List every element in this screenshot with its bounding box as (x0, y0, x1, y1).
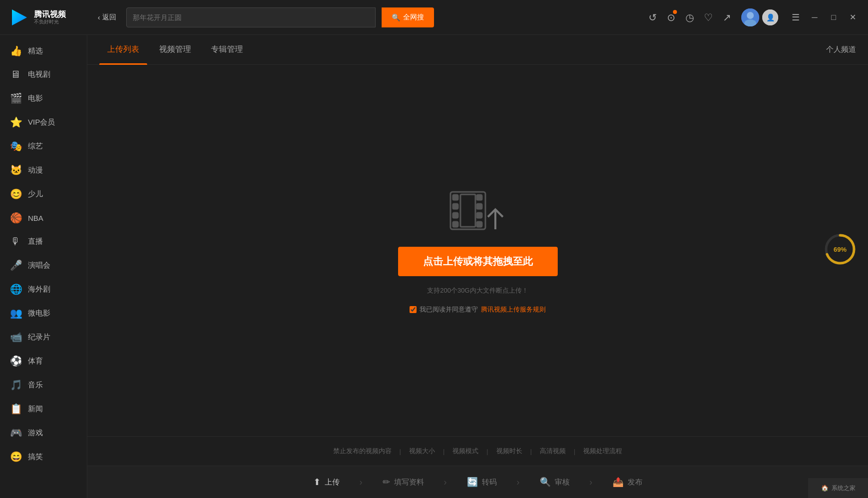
news-icon: 📋 (10, 403, 21, 415)
agreement-link[interactable]: 腾讯视频上传服务规则 (481, 305, 546, 314)
sidebar-item-variety[interactable]: 🎭 综艺 (0, 134, 87, 158)
bottom-link-size[interactable]: 视频大小 (401, 447, 443, 456)
sidebar-item-label: 微电影 (28, 309, 50, 318)
film-upload-icon (448, 187, 508, 237)
sidebar-item-game[interactable]: 🎮 游戏 (0, 421, 87, 445)
workflow-step-publish: 📤 发布 (593, 477, 662, 488)
sidebar-item-movie[interactable]: 🎬 电影 (0, 86, 87, 110)
sidebar-item-live[interactable]: 🎙 直播 (0, 230, 87, 253)
bottom-link-hd[interactable]: 高清视频 (532, 447, 574, 456)
upload-drop-area[interactable]: 点击上传或将其拖拽至此 支持200个30G内大文件断点上传！ 我已阅读并同意遵守… (87, 65, 868, 436)
sidebar-item-news[interactable]: 📋 新闻 (0, 397, 87, 421)
movie-icon: 🎬 (10, 92, 21, 104)
workflow-step-transcode: 🔄 转码 (447, 477, 517, 488)
logo-area: 腾讯视频 不负好时光 (8, 6, 88, 28)
progress-text: 69% (834, 245, 847, 253)
sidebar-item-label: 音乐 (28, 380, 43, 390)
search-button[interactable]: 🔍 全网搜 (382, 7, 434, 27)
sidebar-item-concert[interactable]: 🎤 演唱会 (0, 253, 87, 277)
live-icon: 🎙 (10, 236, 21, 247)
review-step-icon: 🔍 (540, 477, 551, 488)
history-icon[interactable]: ⊙ (667, 11, 675, 23)
sidebar-item-kids[interactable]: 😊 少儿 (0, 182, 87, 206)
sidebar-item-label: 新闻 (28, 404, 43, 414)
documentary-icon: 📹 (10, 331, 21, 343)
minimize-button[interactable]: ─ (807, 10, 822, 25)
sports-icon: ⚽ (10, 355, 21, 367)
sidebar-item-tv[interactable]: 🖥 电视剧 (0, 63, 87, 86)
tab-video-manage[interactable]: 视频管理 (151, 35, 199, 65)
upload-step-icon: ⬆ (313, 477, 321, 488)
svg-rect-8 (453, 204, 458, 209)
bottom-link-duration[interactable]: 视频时长 (488, 447, 530, 456)
refresh-icon[interactable]: ↺ (649, 11, 657, 23)
maximize-button[interactable]: □ (826, 10, 841, 25)
workflow-step-review: 🔍 审核 (520, 477, 590, 488)
back-button[interactable]: ‹ 返回 (94, 11, 120, 24)
sidebar-item-foreign[interactable]: 🌐 海外剧 (0, 277, 87, 301)
share-icon[interactable]: ↗ (723, 11, 731, 23)
sidebar-item-short[interactable]: 👥 微电影 (0, 301, 87, 325)
sidebar-item-music[interactable]: 🎵 音乐 (0, 373, 87, 397)
svg-rect-9 (453, 213, 458, 218)
sidebar-item-documentary[interactable]: 📹 纪录片 (0, 325, 87, 349)
svg-rect-11 (477, 195, 482, 200)
system-corner-icon: 🏠 (821, 485, 829, 492)
sidebar-item-jingxuan[interactable]: 👍 精选 (0, 39, 87, 63)
variety-icon: 🎭 (10, 140, 21, 152)
personal-channel-link[interactable]: 个人频道 (826, 45, 856, 54)
sidebar-item-label: 体育 (28, 356, 43, 366)
sidebar-item-label: 电视剧 (28, 70, 50, 79)
bottom-link-process[interactable]: 视频处理流程 (575, 447, 630, 456)
tabs-bar: 上传列表 视频管理 专辑管理 个人频道 (87, 35, 868, 65)
workflow-bar: ⬆ 上传 › ✏ 填写资料 › 🔄 转码 › 🔍 审核 › 📤 发布 (87, 466, 868, 498)
jingxuan-icon: 👍 (10, 45, 21, 57)
search-input[interactable] (133, 13, 369, 21)
sidebar-item-label: 搞笑 (28, 452, 43, 462)
avatar-area[interactable]: 👤 (741, 8, 778, 26)
minimize-icon: ─ (812, 13, 817, 22)
back-chevron-icon: ‹ (98, 13, 100, 21)
fill-step-icon: ✏ (383, 477, 390, 488)
avatar-vip-badge[interactable]: 👤 (762, 9, 778, 25)
heart-icon[interactable]: ♡ (704, 11, 713, 23)
transcode-step-icon: 🔄 (467, 477, 478, 488)
sidebar-item-vip[interactable]: ⭐ VIP会员 (0, 110, 87, 134)
sidebar-item-label: NBA (28, 214, 43, 222)
titlebar: 腾讯视频 不负好时光 ‹ 返回 🔍 全网搜 ↺ ⊙ ◷ ♡ ↗ (0, 0, 868, 35)
workflow-step-upload: ⬆ 上传 (293, 477, 360, 488)
vip-icon: ⭐ (10, 116, 21, 128)
concert-icon: 🎤 (10, 259, 21, 271)
avatar[interactable] (741, 8, 759, 26)
tab-album-manage[interactable]: 专辑管理 (203, 35, 251, 65)
tv-icon: 🖥 (10, 69, 21, 80)
bottom-link-mode[interactable]: 视频模式 (444, 447, 486, 456)
sidebar-item-label: 游戏 (28, 428, 43, 438)
close-button[interactable]: ✕ (845, 10, 860, 25)
svg-point-2 (747, 12, 754, 19)
sidebar-item-label: 电影 (28, 94, 43, 103)
sidebar-item-label: 海外剧 (28, 285, 50, 294)
progress-circle: 69% (824, 233, 856, 265)
svg-rect-14 (477, 222, 482, 227)
sidebar-item-label: 直播 (28, 237, 43, 246)
short-icon: 👥 (10, 307, 21, 319)
sidebar-item-funny[interactable]: 😄 搞笑 (0, 445, 87, 469)
agreement-checkbox[interactable] (410, 306, 417, 313)
clock-icon[interactable]: ◷ (685, 11, 694, 23)
sidebar: 👍 精选 🖥 电视剧 🎬 电影 ⭐ VIP会员 🎭 综艺 🐱 动漫 😊 少儿 � (0, 35, 87, 498)
bottom-links: 禁止发布的视频内容 | 视频大小 | 视频模式 | 视频时长 | 高清视频 | … (87, 436, 868, 466)
music-icon: 🎵 (10, 379, 21, 391)
sidebar-item-label: 动漫 (28, 166, 43, 175)
sidebar-item-sports[interactable]: ⚽ 体育 (0, 349, 87, 373)
sidebar-item-anime[interactable]: 🐱 动漫 (0, 158, 87, 182)
system-corner[interactable]: 🏠 系统之家 (808, 478, 868, 498)
history-badge (673, 10, 677, 14)
bottom-link-prohibited[interactable]: 禁止发布的视频内容 (325, 447, 400, 456)
sidebar-item-nba[interactable]: 🏀 NBA (0, 206, 87, 230)
window-controls: ☰ ─ □ ✕ (788, 10, 860, 25)
kids-icon: 😊 (10, 188, 21, 200)
hamburger-button[interactable]: ☰ (788, 10, 803, 25)
upload-button[interactable]: 点击上传或将其拖拽至此 (398, 247, 558, 276)
tab-upload-list[interactable]: 上传列表 (99, 35, 147, 65)
